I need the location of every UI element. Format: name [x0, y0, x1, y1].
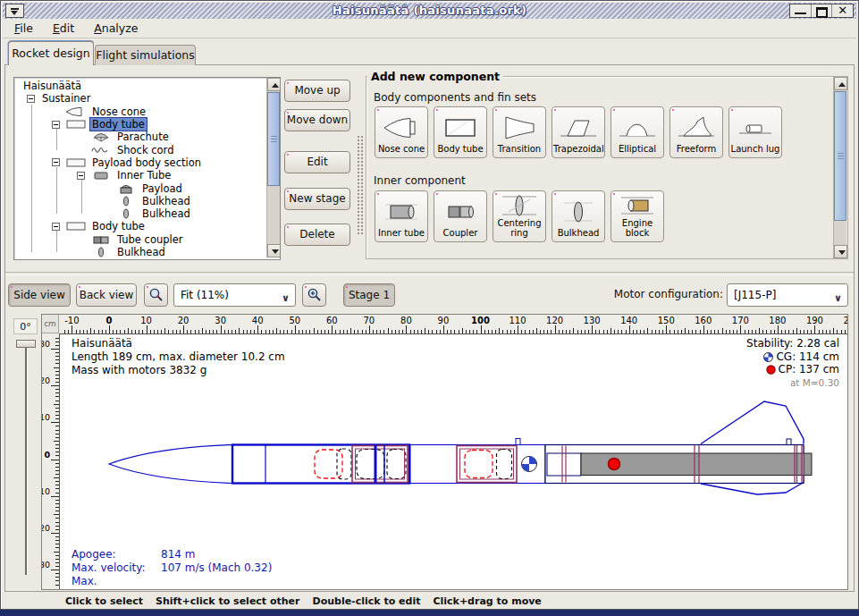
rotation-slider-track[interactable]: [25, 344, 27, 575]
coupler-icon: [441, 198, 480, 225]
tree-item-nose-cone[interactable]: Nose cone: [18, 105, 265, 118]
tree-item-payload-body-section[interactable]: Payload body section: [18, 156, 265, 169]
tree-collapse-icon[interactable]: [52, 158, 60, 166]
scroll-up-button[interactable]: [267, 78, 281, 91]
minimize-button[interactable]: [790, 4, 812, 17]
payload-icon: [115, 183, 140, 194]
mach-note: at M=0.30: [746, 376, 839, 390]
side-view-button[interactable]: Side view: [8, 283, 71, 307]
scroll-down-button[interactable]: [834, 245, 847, 258]
edit-button[interactable]: Edit: [284, 151, 350, 173]
nose-cone-outline: [109, 445, 232, 484]
add-freeform-button[interactable]: Freeform: [670, 106, 723, 158]
tree-item-bulkhead[interactable]: Bulkhead: [18, 207, 265, 220]
tree-scrollbar[interactable]: [266, 78, 280, 257]
tree-item-tube-coupler[interactable]: Tube coupler: [18, 233, 265, 246]
component-button-label: Coupler: [435, 229, 485, 239]
component-button-label: Transition: [494, 145, 544, 155]
add-trapezoidal-button[interactable]: Trapezoidal: [552, 106, 605, 158]
motor-configuration-label: Motor configuration:: [591, 288, 723, 300]
zoom-out-button[interactable]: [144, 283, 168, 307]
menu-analyze[interactable]: Analyze: [86, 19, 146, 35]
bulkhead-icon: [90, 247, 115, 257]
maximize-icon: [816, 7, 828, 18]
add-launch-lug-button[interactable]: Launch lug: [728, 106, 782, 158]
splitter-grip[interactable]: [357, 135, 363, 235]
add-bulkhead-button[interactable]: Bulkhead: [552, 190, 605, 242]
status-hint: Click to select: [65, 595, 143, 607]
horizontal-splitter[interactable]: [5, 272, 854, 275]
move-down-button[interactable]: Move down: [284, 109, 350, 131]
tree-item-inner-tube[interactable]: Inner Tube: [18, 169, 265, 181]
fin-bottom-outline: [701, 483, 804, 495]
status-hint: Double-click to edit: [313, 595, 421, 607]
component-button-label: Freeform: [671, 145, 721, 155]
rocket-info-line: Length 189 cm, max. diameter 10.2 cm: [72, 350, 285, 364]
flight-stat-apogee: Apogee:814 m: [72, 548, 272, 561]
motor-configuration-select[interactable]: [J115-P] ∨: [727, 283, 848, 307]
cp-value: CP: 137 cm: [746, 363, 839, 376]
magnifier-plus-icon: [307, 287, 323, 303]
body-tube-outline: [232, 445, 409, 484]
tree-item-sustainer[interactable]: Sustainer: [18, 92, 265, 105]
delete-button[interactable]: Delete: [284, 224, 350, 246]
tree-item-bulkhead[interactable]: Bulkhead: [18, 195, 265, 207]
scroll-up-button[interactable]: [834, 77, 847, 90]
component-tree[interactable]: HaisunäätäSustainerNose coneBody tubePar…: [13, 77, 281, 260]
window-controls: ✕: [789, 4, 854, 18]
tree-item-body-tube[interactable]: Body tube: [18, 118, 265, 131]
freeform-icon: [677, 114, 716, 141]
transition-icon: [500, 114, 539, 141]
rocket-canvas[interactable]: -100102030405060708090100110120130140150…: [41, 314, 848, 590]
new-stage-button[interactable]: New stage: [284, 188, 350, 210]
menu-edit[interactable]: Edit: [45, 19, 82, 35]
cp-icon: [766, 365, 776, 375]
add-nose-cone-button[interactable]: Nose cone: [375, 106, 428, 158]
tree-collapse-icon[interactable]: [52, 223, 60, 231]
tree-collapse-icon[interactable]: [77, 172, 85, 180]
launch-lug: [516, 439, 520, 445]
move-up-button[interactable]: Move up: [284, 80, 350, 102]
close-button[interactable]: ✕: [832, 4, 853, 17]
tree-item-label: Bulkhead: [115, 246, 167, 258]
tree-collapse-icon[interactable]: [27, 95, 35, 103]
shock-cord-icon: [90, 145, 115, 156]
tree-item-bulkhead[interactable]: Bulkhead: [18, 246, 265, 258]
tree-item-shock-cord[interactable]: Shock cord: [18, 143, 265, 156]
tree-item-label: Bulkhead: [140, 207, 192, 220]
add-panel-scrollbar-thumb[interactable]: [834, 91, 846, 221]
launch-lug-icon: [736, 114, 775, 141]
stability-value: Stability: 2.28 cal: [746, 337, 839, 350]
rotation-slider-handle[interactable]: [16, 340, 36, 348]
maximize-button[interactable]: [812, 4, 833, 17]
add-centering-ring-button[interactable]: Centering ring: [493, 190, 546, 242]
magnifier-icon: [148, 287, 164, 303]
tree-collapse-icon[interactable]: [52, 121, 60, 129]
tree-item-parachute[interactable]: Parachute: [18, 131, 265, 143]
zoom-level-select[interactable]: Fit (11%) ∨: [173, 283, 296, 307]
add-engine-block-button[interactable]: Engine block: [611, 190, 664, 242]
add-body-tube-button[interactable]: Body tube: [434, 106, 487, 158]
zoom-in-button[interactable]: [302, 283, 326, 307]
titlebar[interactable]: Haisunäätä (haisunaata.ork) ✕: [3, 3, 856, 20]
parachute-icon: [90, 131, 115, 142]
tree-scrollbar-thumb[interactable]: [267, 92, 280, 186]
tree-item-haisun-t[interactable]: Haisunäätä: [18, 80, 265, 92]
add-transition-button[interactable]: Transition: [493, 106, 546, 158]
add-inner-tube-button[interactable]: Inner tube: [375, 190, 428, 242]
cp-marker: [609, 459, 620, 470]
component-button-label: Trapezoidal: [553, 145, 603, 155]
add-coupler-button[interactable]: Coupler: [434, 190, 487, 242]
tree-item-payload[interactable]: Payload: [18, 181, 265, 194]
add-elliptical-button[interactable]: Elliptical: [611, 106, 664, 158]
stage-1-toggle[interactable]: Stage 1: [343, 283, 395, 307]
back-view-button[interactable]: Back view: [76, 283, 137, 307]
tree-item-body-tube[interactable]: Body tube: [18, 220, 265, 232]
desktop-edge: [0, 610, 859, 616]
menu-file[interactable]: File: [6, 19, 41, 35]
scroll-down-button[interactable]: [267, 244, 281, 257]
add-panel-scrollbar[interactable]: [833, 77, 846, 258]
tab-rocket-design[interactable]: Rocket design: [8, 41, 94, 65]
cg-icon: [763, 352, 773, 362]
tab-flight-simulations[interactable]: Flight simulations: [95, 45, 196, 65]
